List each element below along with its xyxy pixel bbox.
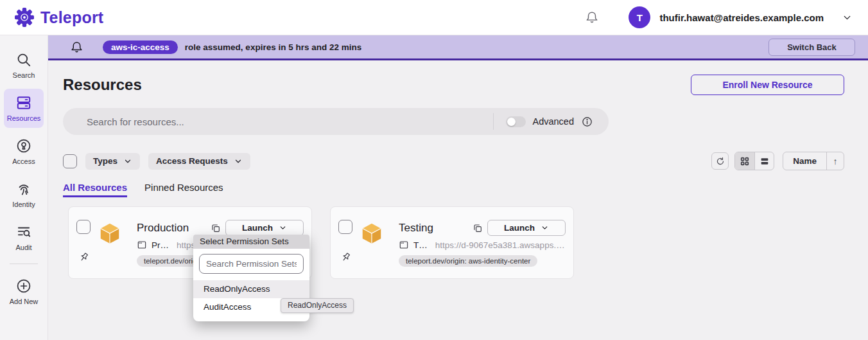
teleport-logo[interactable]: Teleport (14, 7, 103, 28)
chevron-down-icon (541, 224, 549, 232)
gear-logo-icon (14, 7, 35, 28)
advanced-toggle[interactable] (506, 116, 526, 127)
fingerprint-icon (15, 181, 32, 197)
resource-cards: Production Launch (68, 206, 844, 279)
user-avatar[interactable]: T (629, 6, 650, 28)
refresh-button[interactable] (711, 152, 729, 170)
app-type-label: Pr… (152, 240, 169, 250)
launch-label: Launch (504, 223, 535, 233)
search-input[interactable] (63, 108, 493, 135)
sidebar-item-access[interactable]: Access (4, 132, 44, 171)
origin-badge: teleport.dev/origin: aws-identity-center (399, 255, 537, 267)
app-window-icon (399, 240, 409, 250)
sidebar-item-label: Audit (15, 244, 31, 251)
launch-button[interactable]: Launch (487, 220, 566, 236)
sidebar-item-add-new[interactable]: Add New (4, 272, 44, 311)
launch-label: Launch (242, 223, 273, 233)
assumed-role-banner: aws-ic-access role assumed, expires in 5… (48, 35, 868, 60)
servers-icon (15, 94, 32, 111)
copy-icon[interactable] (473, 223, 483, 233)
list-search-icon (15, 224, 32, 240)
sidebar-divider (10, 264, 38, 264)
user-menu-chevron-down-icon[interactable] (842, 12, 853, 23)
card-checkbox[interactable] (76, 220, 91, 234)
brand-name: Teleport (40, 8, 103, 27)
resource-name: Testing (399, 222, 463, 235)
plus-circle-icon (15, 278, 32, 294)
sidebar-item-label: Access (12, 157, 35, 165)
sidebar-item-search[interactable]: Search (4, 46, 44, 85)
permission-set-option-readonlyaccess[interactable]: ReadOnlyAccess (193, 280, 309, 298)
view-mode-toggle (734, 152, 774, 170)
teleport-app: Teleport T thufir.hawat@atreides.example… (0, 0, 868, 340)
sidebar-item-label: Add New (10, 298, 39, 305)
top-bar: Teleport T thufir.hawat@atreides.example… (0, 0, 868, 35)
copy-icon[interactable] (211, 223, 221, 233)
sort-control: Name ↑ (783, 152, 844, 170)
access-requests-filter-button[interactable]: Access Requests (148, 153, 250, 170)
resource-tabs: All Resources Pinned Resources (63, 182, 844, 197)
aws-app-icon (360, 221, 384, 246)
sort-by-name-button[interactable]: Name (783, 152, 826, 170)
card-checkbox[interactable] (338, 220, 352, 234)
grid-view-button[interactable] (735, 152, 754, 170)
sidebar-item-audit[interactable]: Audit (4, 218, 44, 257)
refresh-icon (715, 156, 725, 166)
grid-view-icon (740, 156, 750, 166)
resource-url: https://d-9067e5a381.awsapps.com/s… (435, 240, 566, 250)
app-window-icon (137, 240, 147, 250)
enroll-new-resource-button[interactable]: Enroll New Resource (691, 75, 844, 95)
notifications-bell-icon[interactable] (585, 10, 599, 24)
list-view-button[interactable] (754, 152, 774, 170)
switch-back-button[interactable]: Switch Back (768, 39, 855, 56)
advanced-search-section: Advanced (493, 113, 609, 130)
chevron-down-icon (123, 157, 132, 166)
assumed-role-badge: aws-ic-access (103, 40, 178, 54)
types-filter-label: Types (93, 156, 117, 166)
sidebar-item-resources[interactable]: Resources (4, 89, 44, 128)
sidebar: Search Resources Access (0, 35, 48, 340)
page-title: Resources (63, 76, 142, 94)
banner-bell-icon (70, 40, 83, 54)
app-type-label: T… (413, 240, 428, 250)
permission-set-tooltip: ReadOnlyAccess (281, 298, 354, 313)
sidebar-item-identity[interactable]: Identity (4, 175, 44, 214)
pin-icon[interactable] (78, 251, 90, 264)
permission-sets-search-input[interactable] (199, 254, 304, 274)
sidebar-item-label: Identity (12, 201, 35, 208)
list-view-icon (759, 156, 770, 166)
types-filter-button[interactable]: Types (85, 153, 140, 170)
tab-all-resources[interactable]: All Resources (63, 182, 127, 197)
launch-button[interactable]: Launch (225, 220, 304, 236)
access-requests-filter-label: Access Requests (156, 156, 228, 166)
banner-message: role assumed, expires in 5 hrs and 22 mi… (185, 42, 361, 52)
sidebar-item-label: Resources (7, 114, 41, 122)
chevron-down-icon (234, 157, 243, 166)
search-icon (15, 51, 32, 68)
chevron-down-icon (279, 224, 287, 232)
user-email: thufir.hawat@atreides.example.com (659, 12, 824, 23)
pin-icon[interactable] (340, 251, 352, 264)
advanced-label: Advanced (533, 116, 575, 127)
lock-circle-icon (15, 138, 32, 154)
aws-app-icon (98, 221, 122, 246)
permission-sets-dropdown-title: Select Permission Sets (193, 235, 309, 249)
info-icon[interactable] (581, 116, 593, 128)
resource-search-bar: Advanced (63, 108, 609, 135)
resource-name: Production (137, 222, 201, 235)
sort-direction-button[interactable]: ↑ (826, 152, 844, 170)
select-all-checkbox[interactable] (63, 154, 77, 168)
resource-card-testing: Testing Launch (330, 206, 574, 279)
sidebar-item-label: Search (13, 71, 35, 79)
tab-pinned-resources[interactable]: Pinned Resources (144, 182, 223, 197)
